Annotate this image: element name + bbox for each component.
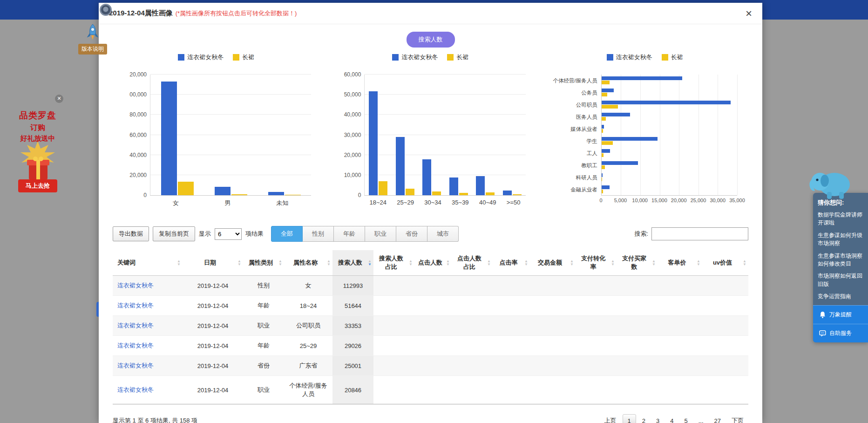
page-button[interactable]: 2 — [637, 415, 650, 423]
question-link[interactable]: 市场洞察如何返回旧版 — [818, 272, 863, 288]
category-label: 公司职员 — [546, 99, 601, 111]
tab-button[interactable]: 省份 — [396, 226, 427, 242]
x-tick-label: 5,000 — [614, 198, 627, 203]
sort-desc-icon: ▼ — [524, 263, 528, 266]
legend-item: 长裙 — [233, 53, 254, 61]
pagination-next[interactable]: 下页 — [727, 414, 748, 423]
wanxiang-reminder-button[interactable]: 万象提醒 — [813, 305, 868, 324]
tab-button[interactable]: 年龄 — [334, 226, 365, 242]
column-header[interactable]: 属性类别▲▼ — [243, 250, 284, 276]
y-tick-label: 0 — [143, 192, 147, 198]
bar — [602, 113, 631, 116]
table-cell — [373, 356, 414, 376]
table-row: 连衣裙女秋冬2019-12-04职业公司职员33353 — [113, 316, 748, 336]
bar-group — [476, 75, 495, 195]
action-label: 万象提醒 — [829, 311, 852, 319]
x-tick-label: 0 — [600, 198, 603, 203]
bar-group — [369, 75, 387, 195]
column-header[interactable]: 点击人数占比▲▼ — [452, 250, 493, 276]
bar — [161, 82, 177, 195]
search-input[interactable] — [651, 227, 748, 240]
gridline — [679, 75, 679, 195]
page-button[interactable]: 27 — [710, 415, 726, 423]
export-data-button[interactable]: 导出数据 — [113, 226, 149, 241]
table-cell — [452, 376, 493, 404]
elephant-mascot[interactable] — [807, 164, 852, 201]
table-cell — [493, 276, 530, 296]
keyword-link[interactable]: 连衣裙女秋冬 — [117, 362, 154, 369]
tab-button[interactable]: 职业 — [365, 226, 396, 242]
column-header[interactable]: 点击人数▲▼ — [414, 250, 452, 276]
keyword-link[interactable]: 连衣裙女秋冬 — [117, 322, 154, 329]
column-header[interactable]: 支付转化率▲▼ — [576, 250, 617, 276]
gridline — [660, 75, 660, 195]
bar — [503, 191, 512, 195]
floating-logo-icon[interactable] — [100, 4, 112, 16]
pagination-prev[interactable]: 上页 — [600, 414, 621, 423]
search-count-metric-button[interactable]: 搜索人数 — [407, 32, 455, 48]
bar — [231, 194, 247, 195]
promo-close-icon[interactable]: ✕ — [55, 95, 63, 103]
question-link[interactable]: 数据学院金牌讲师开课啦 — [818, 211, 863, 227]
legend-label: 连衣裙女秋冬 — [616, 53, 652, 61]
sort-icons: ▲▼ — [409, 259, 413, 266]
question-link[interactable]: 生意参谋如何升级市场洞察 — [818, 232, 863, 248]
pagination: 上页12345...27下页 — [600, 414, 748, 423]
table-cell: 性别 — [243, 276, 284, 296]
column-header[interactable]: 客单价▲▼ — [658, 250, 702, 276]
gridline — [621, 75, 621, 195]
category-label: 个体经营/服务人员 — [546, 75, 601, 87]
question-link[interactable]: 生意参谋市场洞察如何修改类目 — [818, 252, 863, 268]
page-button[interactable]: 5 — [679, 415, 692, 423]
column-header[interactable]: 搜索人数占比▲▼ — [373, 250, 414, 276]
sort-desc-icon: ▼ — [652, 263, 656, 266]
keyword-link[interactable]: 连衣裙女秋冬 — [117, 386, 154, 393]
sort-desc-icon: ▼ — [446, 263, 450, 266]
tab-button[interactable]: 城市 — [427, 226, 459, 242]
column-header[interactable]: 关键词▲▼ — [113, 250, 183, 276]
bar-group — [422, 75, 441, 195]
category-label: 18~24 — [370, 199, 387, 206]
page-button[interactable]: 3 — [651, 415, 664, 423]
table-cell — [414, 296, 452, 316]
table-cell: 职业 — [243, 376, 284, 404]
keyword-link[interactable]: 连衣裙女秋冬 — [117, 302, 154, 309]
keyword-link[interactable]: 连衣裙女秋冬 — [117, 282, 154, 289]
bar — [285, 195, 301, 195]
y-tick-label: 80,000 — [129, 111, 147, 118]
close-icon[interactable]: × — [746, 8, 752, 19]
tab-button[interactable]: 全部 — [271, 226, 303, 242]
modal-header: 2019-12-04属性画像 (*属性画像所有按钮点击后可转化全部数据！) × — [99, 3, 762, 24]
bar — [406, 189, 414, 195]
column-header[interactable]: uv价值▲▼ — [702, 250, 748, 276]
copy-page-button[interactable]: 复制当前页 — [153, 226, 195, 241]
column-header[interactable]: 支付买家数▲▼ — [617, 250, 658, 276]
gridline — [640, 75, 641, 195]
bar — [602, 81, 610, 84]
column-header[interactable]: 点击率▲▼ — [493, 250, 530, 276]
page-button[interactable]: 1 — [623, 414, 636, 423]
self-service-button[interactable]: 自助服务 — [813, 324, 868, 342]
y-tick-label: 20,000 — [129, 172, 147, 178]
legend-label: 长裙 — [671, 53, 683, 61]
column-header[interactable]: 交易金额▲▼ — [530, 250, 576, 276]
promo-grab-button[interactable]: 马上去抢 — [18, 179, 57, 192]
sort-desc-icon: ▼ — [487, 263, 491, 266]
sort-icons: ▲▼ — [524, 259, 528, 266]
keyword-link[interactable]: 连衣裙女秋冬 — [117, 342, 154, 349]
page-size-select[interactable]: 6 — [215, 228, 242, 240]
column-header[interactable]: 日期▲▼ — [183, 250, 243, 276]
column-header[interactable]: 搜索人数▲▼ — [332, 250, 373, 276]
table-row: 连衣裙女秋冬2019-12-04职业个体经营/服务人员20846 — [113, 376, 748, 404]
chat-icon — [819, 330, 826, 337]
tab-button[interactable]: 性别 — [303, 226, 334, 242]
legend-label: 长裙 — [456, 53, 468, 61]
column-header[interactable]: 属性名称▲▼ — [284, 250, 332, 276]
question-link[interactable]: 竞争运营指南 — [818, 293, 863, 300]
version-notes-widget[interactable]: 版本说明 — [78, 23, 107, 55]
age-chart: 连衣裙女秋冬长裙010,00020,00030,00040,00050,0006… — [332, 53, 529, 207]
bell-icon — [819, 311, 826, 318]
legend-swatch — [447, 54, 454, 61]
search-label: 搜索: — [634, 230, 648, 238]
page-button[interactable]: 4 — [665, 415, 678, 423]
